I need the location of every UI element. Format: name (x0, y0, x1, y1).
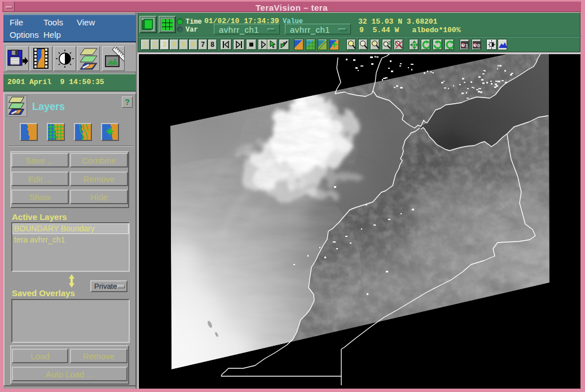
svg-text:0: 0 (477, 43, 480, 49)
svg-text:1: 1 (465, 43, 468, 49)
svg-text:2: 2 (388, 40, 391, 46)
